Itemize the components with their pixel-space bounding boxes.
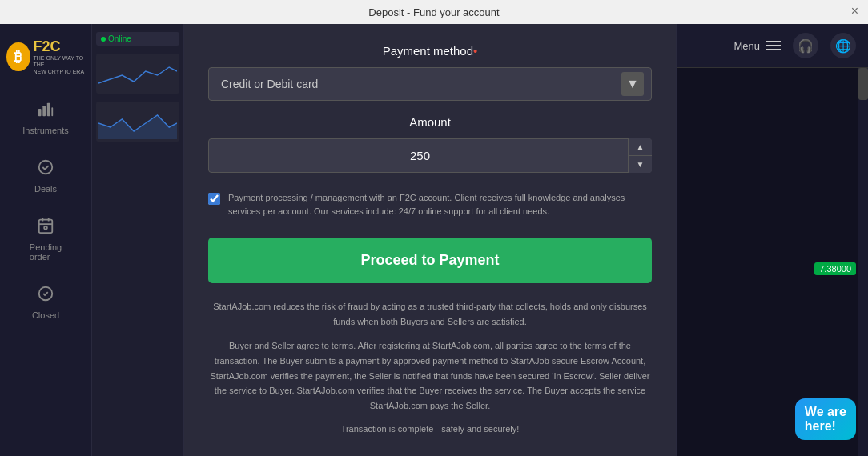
sidebar-instruments-label: Instruments — [22, 126, 68, 135]
terms-checkbox-row: Payment processing / management with an … — [208, 187, 652, 222]
info-text-1: StartAJob.com reduces the risk of fraud … — [208, 299, 652, 329]
sidebar-item-deals[interactable]: Deals — [5, 149, 87, 203]
chat-widget-text: We arehere! — [805, 405, 846, 433]
spinner-down-button[interactable]: ▼ — [629, 156, 652, 173]
svg-point-4 — [39, 161, 53, 174]
closed-icon — [37, 285, 54, 306]
info-text-3: Transaction is complete - safely and sec… — [208, 422, 652, 437]
logo-text: F2C THE ONLY WAY TO THENEW CRYPTO ERA — [34, 38, 85, 75]
svg-rect-1 — [42, 106, 46, 117]
sidebar-pending-label: Pendingorder — [30, 242, 62, 262]
scrollbar-thumb[interactable] — [858, 68, 868, 100]
title-bar: Deposit - Fund your account × — [0, 0, 868, 24]
menu-label: Menu — [733, 40, 760, 52]
svg-rect-2 — [47, 103, 50, 117]
payment-method-heading: Payment method• — [208, 44, 652, 58]
terms-checkbox[interactable] — [208, 193, 220, 205]
amount-input-wrapper: ▲ ▼ — [208, 138, 652, 173]
spinner-up-button[interactable]: ▲ — [629, 138, 652, 156]
deals-icon — [37, 158, 54, 180]
menu-button[interactable]: Menu — [733, 40, 781, 52]
svg-point-9 — [44, 226, 47, 230]
brand-tagline: THE ONLY WAY TO THENEW CRYPTO ERA — [34, 55, 85, 75]
proceed-to-payment-button[interactable]: Proceed to Payment — [208, 238, 652, 283]
online-dot — [101, 37, 106, 42]
logo-area: ₿ F2C THE ONLY WAY TO THENEW CRYPTO ERA — [0, 32, 91, 82]
brand-name: F2C — [34, 38, 85, 55]
charts-sidebar: Online — [92, 24, 184, 456]
modal-overlay: Payment method• Credit or Debit card ▼ A… — [184, 24, 676, 456]
sidebar-item-pending-order[interactable]: Pendingorder — [5, 207, 87, 271]
headphone-icon: 🎧 — [798, 38, 814, 54]
logo-icon: ₿ — [6, 42, 30, 71]
payment-method-select[interactable]: Credit or Debit card — [208, 67, 652, 101]
sidebar-deals-label: Deals — [34, 184, 57, 194]
modal-content: Payment method• Credit or Debit card ▼ A… — [184, 24, 676, 456]
amount-input[interactable] — [208, 138, 652, 173]
sidebar-item-closed[interactable]: Closed — [5, 275, 87, 330]
globe-icon: 🌐 — [835, 38, 851, 54]
info-text-2: Buyer and Seller agree to terms. After r… — [208, 338, 652, 413]
headphone-button[interactable]: 🎧 — [793, 33, 818, 58]
online-badge: Online — [96, 32, 179, 46]
online-label: Online — [108, 34, 131, 43]
hamburger-icon — [766, 41, 781, 50]
right-scrollbar[interactable]: ▲ — [858, 68, 868, 456]
payment-method-select-wrapper: Credit or Debit card ▼ — [208, 67, 652, 101]
amount-spinner: ▲ ▼ — [628, 138, 652, 173]
close-window-button[interactable]: × — [851, 4, 858, 18]
pending-icon — [37, 217, 54, 238]
instruments-icon — [37, 100, 54, 122]
price-badge: 7.38000 — [814, 262, 856, 275]
globe-button[interactable]: 🌐 — [830, 33, 856, 58]
left-sidebar: ₿ F2C THE ONLY WAY TO THENEW CRYPTO ERA … — [0, 24, 92, 456]
sidebar-item-instruments[interactable]: Instruments — [5, 90, 87, 145]
chat-widget[interactable]: We arehere! — [795, 398, 856, 440]
required-dot: • — [473, 44, 477, 58]
svg-rect-0 — [38, 109, 42, 116]
right-top-bar: Menu 🎧 🌐 — [677, 24, 868, 68]
svg-rect-3 — [51, 107, 53, 116]
mini-chart-2 — [96, 102, 179, 142]
sidebar-closed-label: Closed — [32, 310, 59, 320]
mini-chart-1 — [96, 54, 179, 94]
right-sidebar: Menu 🎧 🌐 ▲ We arehere! 7.38000 — [676, 24, 868, 456]
amount-heading: Amount — [208, 115, 652, 129]
svg-marker-11 — [98, 115, 177, 139]
window-title: Deposit - Fund your account — [368, 6, 499, 18]
terms-text: Payment processing / management with an … — [228, 191, 652, 218]
right-content-area: ▲ We arehere! 7.38000 — [677, 68, 868, 456]
